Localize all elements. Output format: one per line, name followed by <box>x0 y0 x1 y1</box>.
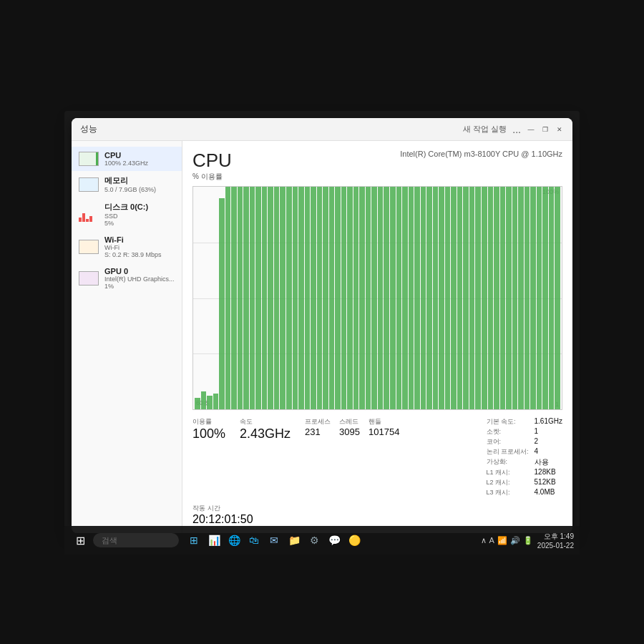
cpu-bar <box>311 187 316 409</box>
taskbar-icon-graph[interactable]: 📊 <box>205 531 223 550</box>
virtualization-label: 가상화: <box>487 457 529 467</box>
utilization-stat-label: 이용률 <box>192 417 225 426</box>
title-bar: 성능 새 작업 실행 ... — ❐ ✕ <box>72 118 572 141</box>
more-options[interactable]: ... <box>512 124 521 135</box>
cpu-bar <box>225 187 231 409</box>
cpu-bar <box>390 187 396 409</box>
taskbar-icon-explorer[interactable]: 📁 <box>285 531 303 550</box>
cpu-bar <box>409 187 414 409</box>
virtualization-value: 사용 <box>535 457 562 467</box>
window-title: 성능 <box>80 123 97 135</box>
gpu-mini-graph-icon <box>79 270 99 286</box>
logical-proc-value: 4 <box>535 447 562 457</box>
cpu-bar <box>469 187 475 409</box>
cpu-bar <box>353 187 359 409</box>
cpu-bar <box>286 187 292 409</box>
gpu-model: Intel(R) UHD Graphics... <box>104 275 175 283</box>
taskbar-icon-widget[interactable]: ⊞ <box>185 531 203 550</box>
taskbar-search-input[interactable] <box>93 533 179 547</box>
taskbar-icon-edge[interactable]: 🌐 <box>225 531 243 550</box>
tray-battery-icon: 🔋 <box>523 536 533 545</box>
restore-button[interactable]: ❐ <box>541 125 550 134</box>
l1-cache-value: 128KB <box>535 468 562 477</box>
cpu-bar <box>555 187 560 409</box>
cpu-label: CPU <box>104 151 148 160</box>
tray-arrow[interactable]: ∧ <box>481 536 487 545</box>
threads-stat-value: 3095 <box>339 426 360 438</box>
taskbar-icon-chat[interactable]: 💬 <box>325 531 343 550</box>
cpu-bar <box>421 187 426 409</box>
logical-proc-label: 논리 프로세서: <box>487 447 529 457</box>
main-panel: CPU % 이용률 Intel(R) Core(TM) m3-8100Y CPU… <box>182 141 572 533</box>
wifi-mini-graph-icon <box>79 239 99 255</box>
minimize-button[interactable]: — <box>527 125 535 134</box>
cpu-bar <box>518 187 524 409</box>
tray-keyboard: A <box>489 536 494 545</box>
handles-stat-value: 101754 <box>369 426 399 438</box>
cpu-bar <box>238 187 243 409</box>
l2-cache-value: 512KB <box>535 478 562 487</box>
cpu-bar <box>280 187 286 409</box>
disk-label: 디스크 0(C:) <box>104 202 148 213</box>
cpu-bar <box>396 187 402 409</box>
uptime-value: 20:12:01:50 <box>192 513 253 525</box>
stat-speed: 속도 2.43GHz <box>240 417 291 497</box>
sidebar-item-memory[interactable]: 메모리 5.0 / 7.9GB (63%) <box>72 171 182 197</box>
wifi-sidebar-text: Wi-Fi Wi-Fi S: 0.2 R: 38.9 Mbps <box>104 235 162 258</box>
memory-usage: 5.0 / 7.9GB (63%) <box>104 186 156 193</box>
stat-process-group: 프로세스 231 스레드 3095 핸들 101754 <box>305 417 399 497</box>
taskbar-icon-mail[interactable]: ✉ <box>265 531 283 550</box>
cpu-bar <box>402 187 408 409</box>
main-title-group: CPU % 이용률 <box>192 150 232 185</box>
stats-row: 이용률 100% 속도 2.43GHz 프로세스 231 스레드 <box>192 417 562 497</box>
cpu-bar <box>293 187 298 409</box>
processes-stat-label: 프로세스 <box>305 417 331 426</box>
tray-wifi-icon: 📶 <box>497 536 507 545</box>
cpu-bar <box>250 187 255 409</box>
speed-stat-value: 2.43GHz <box>240 426 291 442</box>
sidebar-item-disk[interactable]: 디스크 0(C:) SSD 5% <box>72 197 182 231</box>
cpu-bar <box>542 187 548 409</box>
cpu-bar <box>366 187 371 409</box>
wifi-type: Wi-Fi <box>104 244 162 251</box>
cpu-bar <box>213 394 219 409</box>
cpu-model: Intel(R) Core(TM) m3-8100Y CPU @ 1.10GHz <box>400 150 562 158</box>
cpu-graph-area: 100% 60초 1 <box>192 186 562 410</box>
cpu-bar <box>359 187 365 409</box>
cpu-bar <box>433 187 439 409</box>
sockets-value: 1 <box>535 427 562 436</box>
stat-utilization: 이용률 100% <box>192 417 225 497</box>
taskbar-icon-settings[interactable]: ⚙ <box>305 531 323 550</box>
gpu-sidebar-text: GPU 0 Intel(R) UHD Graphics... 1% <box>104 267 175 290</box>
l3-cache-label: L3 캐시: <box>487 488 529 497</box>
main-header: CPU % 이용률 Intel(R) Core(TM) m3-8100Y CPU… <box>192 150 562 185</box>
clock-time: 오후 1:49 <box>544 532 574 542</box>
cpu-bar <box>494 187 499 409</box>
cpu-bar <box>488 187 494 409</box>
new-task-label: 새 작업 실행 <box>463 124 507 135</box>
cpu-bar <box>463 187 469 409</box>
cpu-bar <box>482 187 487 409</box>
cpu-bar <box>219 198 225 409</box>
cpu-bar <box>371 187 377 409</box>
cpu-bar <box>323 187 328 409</box>
taskbar-right: ∧ A 📶 🔊 🔋 오후 1:49 2025-01-22 <box>481 532 575 550</box>
taskbar-icon-store[interactable]: 🛍 <box>245 531 263 550</box>
taskbar: ⊞ ⊞ 📊 🌐 🛍 ✉ 📁 ⚙ 💬 🟡 ∧ A 📶 🔊 🔋 오후 1:49 <box>64 526 580 555</box>
cpu-mini-graph-icon <box>79 151 99 167</box>
cpu-bar <box>475 187 481 409</box>
disk-type: SSD <box>104 213 148 220</box>
l1-cache-label: L1 캐시: <box>487 468 529 477</box>
close-button[interactable]: ✕ <box>555 125 564 134</box>
task-manager-window: 성능 새 작업 실행 ... — ❐ ✕ <box>72 118 572 533</box>
cpu-bar <box>255 187 261 409</box>
sidebar-item-gpu[interactable]: GPU 0 Intel(R) UHD Graphics... 1% <box>72 263 182 294</box>
disk-usage: 5% <box>104 220 148 227</box>
system-tray: ∧ A 📶 🔊 🔋 <box>481 536 533 545</box>
cpu-bar <box>341 187 347 409</box>
sidebar-item-wifi[interactable]: Wi-Fi Wi-Fi S: 0.2 R: 38.9 Mbps <box>72 231 182 263</box>
sidebar-item-cpu[interactable]: CPU 100% 2.43GHz <box>72 147 182 171</box>
base-speed-label: 기본 속도: <box>487 417 529 426</box>
taskbar-icon-kakao[interactable]: 🟡 <box>345 531 364 550</box>
start-button[interactable]: ⊞ <box>70 530 90 550</box>
